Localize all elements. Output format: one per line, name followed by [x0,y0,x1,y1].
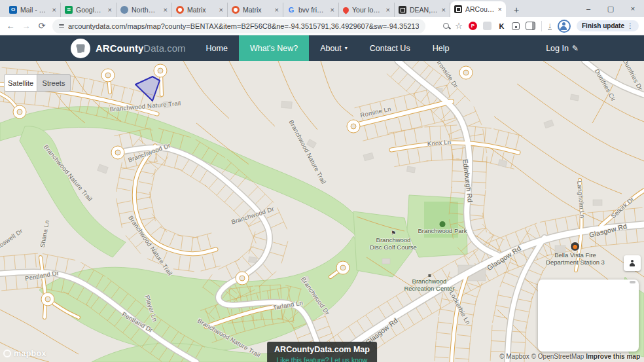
google-favicon-icon: G [287,6,295,14]
layer-button-satellite[interactable]: Satellite [4,74,37,92]
site-logo[interactable]: ARCountyData.com [71,39,186,58]
url-text[interactable]: arcountydata.com/maps/map?county=BENTAX&… [68,22,419,30]
nav-item-what-s-new-[interactable]: What's New? [239,35,309,61]
chevron-down-icon: ▾ [345,45,348,51]
finish-update-button[interactable]: Finish update ⋮ [577,20,639,31]
finish-update-label: Finish update [582,22,624,29]
mapbox-logo-word: mapbox [14,349,46,358]
tab-close-icon[interactable]: × [275,6,279,14]
improve-map-link[interactable]: Improve this map [586,353,640,360]
browser-tab[interactable]: Your location t× [339,3,395,17]
parcel-favicon-icon [454,5,462,13]
browser-tab[interactable]: OMail - Jean Ann× [5,3,61,17]
tabs-container: OMail - Jean Ann×≣Google Review×Northwes… [5,1,506,17]
browser-window: OMail - Jean Ann×≣Google Review×Northwes… [0,0,644,362]
url-bar[interactable]: arcountydata.com/maps/map?county=BENTAX&… [52,19,425,33]
layer-button-streets[interactable]: Streets [37,74,71,92]
tab-title: DEAN, RANNIE [410,6,438,14]
bookmark-star-icon[interactable]: ☆ [455,21,463,31]
popup-scrollbar[interactable] [630,281,635,283]
pin-favicon-icon [342,6,350,14]
tab-close-icon[interactable]: × [442,6,446,14]
login-label: Log In [546,44,569,53]
pinterest-extension-icon[interactable]: P [469,22,477,30]
window-controls: – ▢ × [577,0,644,17]
browser-tab[interactable]: Matrix× [228,3,283,17]
matrix-favicon-icon [176,6,184,14]
browser-tab[interactable]: DEAN, RANNIE× [395,3,450,17]
tab-title: Mail - Jean Ann [20,6,49,14]
browser-menu-icon[interactable]: ⋮ [627,22,634,29]
tab-close-icon[interactable]: × [386,6,390,14]
site-navbar: ARCountyData.com HomeWhat's New?About▾Co… [0,35,644,61]
forward-button[interactable]: → [21,21,31,31]
back-button[interactable]: ← [5,21,16,31]
zoom-icon[interactable] [443,23,449,29]
nav-item-about[interactable]: About▾ [309,35,359,61]
address-bar: ← → ⟳ arcountydata.com/maps/map?county=B… [0,17,644,35]
matrix-favicon-icon [232,6,240,14]
browser-tab[interactable]: ≣Google Review× [61,3,116,17]
outlook-favicon-icon: O [9,6,17,14]
arkansas-logo-icon [71,39,90,58]
nav-menu: HomeWhat's New?About▾Contact UsHelp [195,35,461,61]
site-title: ARCountyData.com [96,43,186,54]
maximize-button[interactable]: ▢ [599,5,622,13]
nav-item-home[interactable]: Home [195,35,239,61]
overlay-title: ARCountyData.com Map [274,345,370,354]
gray-extension-icon[interactable] [483,22,492,30]
geolocate-button[interactable] [624,255,641,271]
tab-close-icon[interactable]: × [331,6,334,14]
mapbox-logo-icon [3,350,11,357]
mapbox-logo[interactable]: mapbox [3,349,46,358]
person-icon [630,260,635,266]
map-attribution: © Mapbox © OpenStreetMap Improve this ma… [499,353,640,360]
k-extension-icon[interactable]: K [497,22,506,30]
tab-title: Northwest Ark [132,6,160,14]
tab-title: Matrix [243,6,272,14]
toolbar-icons: ☆ P K ↓ Finish update ⋮ [443,20,639,33]
tab-title: ARCountyData [465,5,495,13]
browser-tab[interactable]: Northwest Ark× [116,3,172,17]
reload-button[interactable]: ⟳ [37,21,47,31]
tab-title: Your location t [352,6,383,14]
map-popup [538,280,639,352]
browser-tab[interactable]: ARCountyData× [450,1,506,17]
tab-title: Matrix [187,6,216,14]
osm-attribution-link[interactable]: © OpenStreetMap [531,353,584,360]
new-tab-button[interactable]: + [509,3,524,17]
pen-icon: ✎ [572,44,579,53]
tab-close-icon[interactable]: × [108,6,112,14]
minimize-button[interactable]: – [577,5,599,12]
toolbar-divider [541,21,542,31]
close-window-button[interactable]: × [622,5,644,12]
login-button[interactable]: Log In ✎ [546,44,579,53]
download-icon[interactable]: ↓ [548,22,552,29]
site-settings-icon[interactable] [59,23,64,29]
browser-tab[interactable]: Gbvv frisbee gol× [283,3,339,17]
profile-icon[interactable] [558,20,571,33]
nav-item-contact-us[interactable]: Contact Us [359,35,421,61]
globe-favicon-icon [120,6,128,14]
browser-tab[interactable]: Matrix× [172,3,228,17]
tab-close-icon[interactable]: × [164,6,168,14]
sheets-favicon-icon: ≣ [65,6,73,14]
side-panel-search-icon[interactable] [526,22,535,30]
feedback-link[interactable]: Like this feature? Let us know [274,356,370,362]
tab-title: bvv frisbee gol [298,6,327,14]
tab-title: Google Review [76,6,105,14]
map-canvas[interactable]: Branchwood Nature TrailBranchwood Nature… [0,61,644,362]
map-layer-switcher: SatelliteStreets [4,74,71,92]
nav-item-help[interactable]: Help [421,35,461,61]
mapbox-attribution-link[interactable]: © Mapbox [499,353,529,360]
parcel-favicon-icon [399,6,406,14]
map-branding-overlay: ARCountyData.com Map Like this feature? … [267,342,377,362]
tab-close-icon[interactable]: × [219,6,223,14]
browser-tab-strip: OMail - Jean Ann×≣Google Review×Northwes… [0,0,644,17]
outline-extension-icon[interactable] [512,22,520,30]
tab-close-icon[interactable]: × [498,5,502,13]
tab-close-icon[interactable]: × [52,6,56,14]
